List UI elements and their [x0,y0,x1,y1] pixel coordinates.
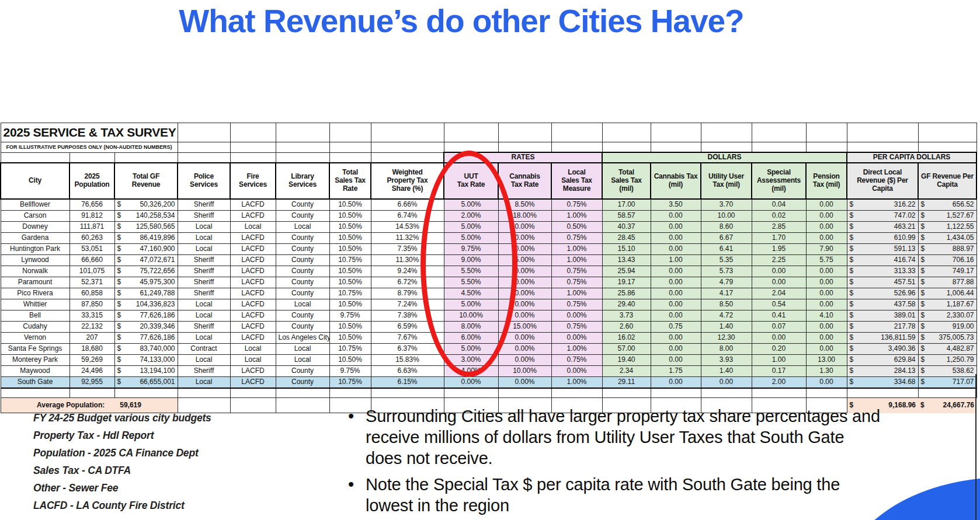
money-cell: $610.99 [847,233,918,244]
column-header: Local Sales Tax Measure [551,163,602,199]
city-cell: Norwalk [1,266,69,277]
city-cell: Maywood [1,366,69,377]
money-cell: $136,811.59 [847,333,918,344]
data-cell: 0.00 [651,355,701,366]
data-cell: Sheriff [178,366,230,377]
group-header: PER CAPITA DOLLARS [847,152,976,163]
amount: 1,006.44 [947,289,974,298]
empty-cell [329,152,371,163]
data-cell: 0.00 [651,222,701,233]
data-cell: County [276,266,329,277]
data-cell: 0.00 [806,344,847,355]
dollar-sign: $ [921,356,925,364]
amount: 706.16 [953,256,974,264]
money-cell: $1,434.05 [918,233,976,244]
data-cell: 1.30 [806,366,847,377]
money-cell: $717.07 [918,377,976,389]
dollar-sign: $ [850,223,854,231]
amount: 9,168.96 [888,402,916,410]
dollar-sign: $ [921,312,925,320]
amount: 1,250.79 [947,356,974,364]
amount: 416.74 [894,256,916,264]
empty-cell [371,152,444,163]
money-cell: $45,975,300 [114,277,178,288]
empty-cell [498,123,551,142]
data-cell: 0.75% [551,233,602,244]
dollar-sign: $ [850,234,854,242]
dollar-sign: $ [921,278,925,287]
group-header: DOLLARS [602,152,847,163]
dollar-sign: $ [117,334,121,342]
empty-cell [701,142,752,153]
data-cell: Sheriff [178,288,230,299]
data-cell: 60,263 [69,233,114,244]
dollar-sign: $ [117,278,121,287]
empty-cell [752,388,806,398]
data-cell: 0.20 [752,344,806,355]
data-cell: 10.50% [329,222,371,233]
amount: 457.51 [894,278,916,287]
empty-cell [230,123,276,142]
column-header: Special Assessments (mil) [752,163,806,199]
empty-cell [651,142,701,153]
data-cell: 3.50 [651,199,701,211]
data-cell: 0.00 [752,333,806,344]
column-header: Total Sales Tax (mil) [602,163,651,199]
amount: 50,326,200 [140,201,175,209]
empty-cell [551,388,602,398]
data-cell: 0.00% [498,377,551,389]
empty-cell [602,142,651,153]
amount: 47,160,900 [140,245,175,253]
empty-cell [847,123,918,142]
amount: 20,339,346 [140,323,175,331]
data-cell: 10.50% [329,233,371,244]
dollar-sign: $ [117,256,121,264]
money-cell: $706.16 [918,255,976,266]
empty-cell [602,388,651,398]
money-cell: $86,419,896 [114,233,178,244]
dollar-sign: $ [920,402,925,410]
data-cell: 5.75 [806,255,847,266]
empty-cell [444,123,498,142]
data-cell: Sheriff [178,277,230,288]
city-cell: Whittier [1,299,69,310]
amount: 47,072,671 [140,256,175,264]
data-cell: Sheriff [178,266,230,277]
city-cell: Cudahy [1,322,69,333]
data-cell: Sheriff [178,255,230,266]
dollar-sign: $ [921,234,925,242]
data-cell: 4.10 [806,310,847,322]
money-cell: $457.51 [847,277,918,288]
empty-cell [371,388,444,398]
empty-cell [276,123,329,142]
data-cell: 24,496 [69,366,114,377]
amount: 83,740,000 [140,345,175,353]
source-line: Property Tax - Hdl Report [33,431,211,441]
data-cell: Local [230,355,276,366]
data-cell: 1.40 [701,322,752,333]
data-cell: 8.00 [701,344,752,355]
data-cell: 0.75% [551,277,602,288]
money-cell: $125,580,565 [114,222,178,233]
data-cell: 2.25 [752,255,806,266]
data-cell: 7.90 [806,244,847,255]
money-cell: $316.22 [847,199,918,211]
data-cell: Sheriff [178,211,230,222]
dollar-sign: $ [117,223,121,231]
data-cell: 19.17 [602,277,651,288]
amount: 389.01 [894,312,916,320]
data-cell: County [276,233,329,244]
empty-cell [178,142,230,153]
amount: 313.33 [894,267,916,275]
data-cell: 0.41 [752,310,806,322]
data-cell: 207 [69,333,114,344]
amount: 375,005.73 [939,334,974,342]
amount: 538.62 [953,367,974,375]
data-cell: 28.45 [602,233,651,244]
money-cell: $47,160,900 [114,244,178,255]
dollar-sign: $ [921,256,925,264]
dollar-sign: $ [117,301,121,309]
amount: 24,667.76 [943,402,974,410]
dollar-sign: $ [117,201,121,209]
empty-cell [371,123,444,142]
